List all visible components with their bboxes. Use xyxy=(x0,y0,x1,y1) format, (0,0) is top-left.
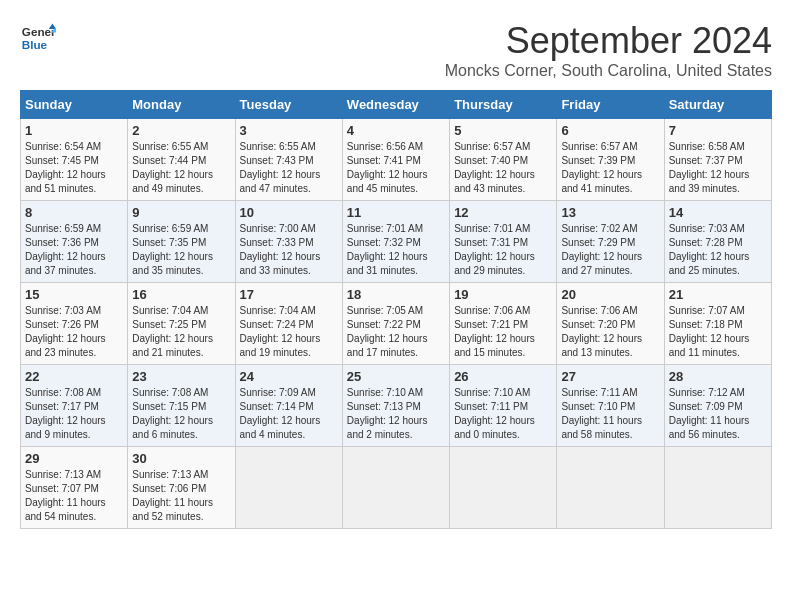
calendar-cell: 27Sunrise: 7:11 AMSunset: 7:10 PMDayligh… xyxy=(557,365,664,447)
calendar-cell: 2Sunrise: 6:55 AMSunset: 7:44 PMDaylight… xyxy=(128,119,235,201)
calendar-cell: 16Sunrise: 7:04 AMSunset: 7:25 PMDayligh… xyxy=(128,283,235,365)
calendar-cell: 4Sunrise: 6:56 AMSunset: 7:41 PMDaylight… xyxy=(342,119,449,201)
calendar-cell: 20Sunrise: 7:06 AMSunset: 7:20 PMDayligh… xyxy=(557,283,664,365)
logo: General Blue xyxy=(20,20,56,56)
calendar-cell: 8Sunrise: 6:59 AMSunset: 7:36 PMDaylight… xyxy=(21,201,128,283)
title-section: September 2024 Moncks Corner, South Caro… xyxy=(445,20,772,80)
calendar-cell: 5Sunrise: 6:57 AMSunset: 7:40 PMDaylight… xyxy=(450,119,557,201)
month-title: September 2024 xyxy=(445,20,772,62)
header: General Blue September 2024 Moncks Corne… xyxy=(20,20,772,80)
calendar-cell xyxy=(557,447,664,529)
calendar-row: 15Sunrise: 7:03 AMSunset: 7:26 PMDayligh… xyxy=(21,283,772,365)
calendar-row: 8Sunrise: 6:59 AMSunset: 7:36 PMDaylight… xyxy=(21,201,772,283)
col-friday: Friday xyxy=(557,91,664,119)
calendar-cell: 17Sunrise: 7:04 AMSunset: 7:24 PMDayligh… xyxy=(235,283,342,365)
calendar-cell: 18Sunrise: 7:05 AMSunset: 7:22 PMDayligh… xyxy=(342,283,449,365)
calendar-cell: 22Sunrise: 7:08 AMSunset: 7:17 PMDayligh… xyxy=(21,365,128,447)
logo-icon: General Blue xyxy=(20,20,56,56)
calendar-cell xyxy=(342,447,449,529)
calendar-cell: 30Sunrise: 7:13 AMSunset: 7:06 PMDayligh… xyxy=(128,447,235,529)
col-wednesday: Wednesday xyxy=(342,91,449,119)
calendar-cell: 24Sunrise: 7:09 AMSunset: 7:14 PMDayligh… xyxy=(235,365,342,447)
calendar-cell: 25Sunrise: 7:10 AMSunset: 7:13 PMDayligh… xyxy=(342,365,449,447)
col-saturday: Saturday xyxy=(664,91,771,119)
calendar-cell: 26Sunrise: 7:10 AMSunset: 7:11 PMDayligh… xyxy=(450,365,557,447)
calendar-cell: 19Sunrise: 7:06 AMSunset: 7:21 PMDayligh… xyxy=(450,283,557,365)
page-container: General Blue September 2024 Moncks Corne… xyxy=(20,20,772,529)
calendar-cell: 6Sunrise: 6:57 AMSunset: 7:39 PMDaylight… xyxy=(557,119,664,201)
calendar-table: Sunday Monday Tuesday Wednesday Thursday… xyxy=(20,90,772,529)
location-title: Moncks Corner, South Carolina, United St… xyxy=(445,62,772,80)
calendar-cell: 1Sunrise: 6:54 AMSunset: 7:45 PMDaylight… xyxy=(21,119,128,201)
header-row: Sunday Monday Tuesday Wednesday Thursday… xyxy=(21,91,772,119)
col-sunday: Sunday xyxy=(21,91,128,119)
calendar-cell xyxy=(235,447,342,529)
calendar-row: 29Sunrise: 7:13 AMSunset: 7:07 PMDayligh… xyxy=(21,447,772,529)
calendar-row: 22Sunrise: 7:08 AMSunset: 7:17 PMDayligh… xyxy=(21,365,772,447)
calendar-cell: 13Sunrise: 7:02 AMSunset: 7:29 PMDayligh… xyxy=(557,201,664,283)
calendar-cell: 15Sunrise: 7:03 AMSunset: 7:26 PMDayligh… xyxy=(21,283,128,365)
calendar-cell: 29Sunrise: 7:13 AMSunset: 7:07 PMDayligh… xyxy=(21,447,128,529)
col-thursday: Thursday xyxy=(450,91,557,119)
calendar-cell: 7Sunrise: 6:58 AMSunset: 7:37 PMDaylight… xyxy=(664,119,771,201)
calendar-cell: 28Sunrise: 7:12 AMSunset: 7:09 PMDayligh… xyxy=(664,365,771,447)
calendar-cell xyxy=(450,447,557,529)
col-tuesday: Tuesday xyxy=(235,91,342,119)
calendar-row: 1Sunrise: 6:54 AMSunset: 7:45 PMDaylight… xyxy=(21,119,772,201)
calendar-cell: 14Sunrise: 7:03 AMSunset: 7:28 PMDayligh… xyxy=(664,201,771,283)
col-monday: Monday xyxy=(128,91,235,119)
calendar-cell xyxy=(664,447,771,529)
svg-text:Blue: Blue xyxy=(22,38,48,51)
calendar-cell: 11Sunrise: 7:01 AMSunset: 7:32 PMDayligh… xyxy=(342,201,449,283)
calendar-cell: 3Sunrise: 6:55 AMSunset: 7:43 PMDaylight… xyxy=(235,119,342,201)
calendar-cell: 9Sunrise: 6:59 AMSunset: 7:35 PMDaylight… xyxy=(128,201,235,283)
calendar-cell: 21Sunrise: 7:07 AMSunset: 7:18 PMDayligh… xyxy=(664,283,771,365)
calendar-cell: 12Sunrise: 7:01 AMSunset: 7:31 PMDayligh… xyxy=(450,201,557,283)
calendar-cell: 23Sunrise: 7:08 AMSunset: 7:15 PMDayligh… xyxy=(128,365,235,447)
calendar-cell: 10Sunrise: 7:00 AMSunset: 7:33 PMDayligh… xyxy=(235,201,342,283)
